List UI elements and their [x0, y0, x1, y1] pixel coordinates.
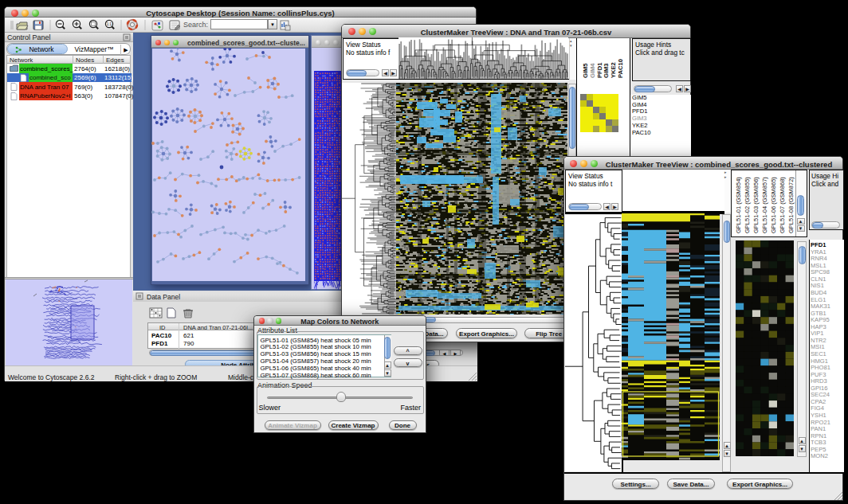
svg-text:1:1: 1:1 — [107, 22, 112, 26]
